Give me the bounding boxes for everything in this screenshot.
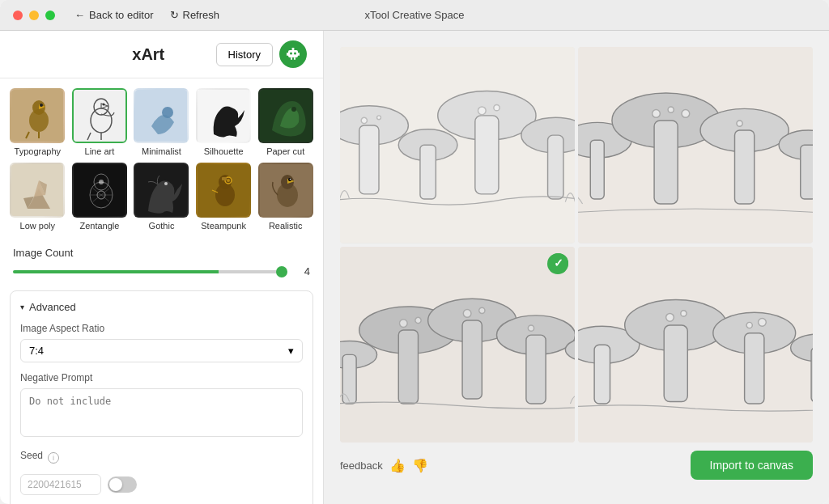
svg-rect-101 (664, 325, 687, 402)
close-button[interactable] (13, 11, 23, 20)
style-grid: Typography (10, 88, 313, 231)
app-header: xArt History (0, 31, 323, 78)
svg-point-67 (494, 105, 500, 111)
image-cell-3[interactable]: ✓ (340, 247, 575, 443)
svg-point-1 (290, 53, 292, 55)
style-thumb-realistic (258, 163, 313, 218)
image-count-slider[interactable] (13, 270, 287, 273)
svg-rect-3 (292, 48, 295, 50)
svg-rect-15 (74, 90, 127, 143)
svg-point-19 (102, 104, 104, 106)
style-label-minimalist: Minimalist (142, 146, 181, 156)
svg-point-38 (99, 180, 104, 184)
style-thumb-zentangle (72, 163, 127, 218)
seed-input[interactable] (20, 474, 101, 495)
style-item-lineart[interactable]: Line art (72, 88, 128, 156)
style-item-gothic[interactable]: Gothic (134, 163, 189, 231)
svg-rect-85 (398, 330, 418, 404)
image-cell-4[interactable] (578, 247, 813, 443)
svg-rect-63 (548, 135, 563, 199)
style-item-typography[interactable]: Typography (10, 88, 66, 156)
svg-point-93 (415, 317, 421, 323)
svg-point-92 (399, 319, 407, 327)
app-title: xArt (81, 45, 216, 64)
aspect-ratio-label: Image Aspect Ratio (20, 323, 303, 334)
svg-rect-89 (526, 335, 546, 404)
back-to-editor-button[interactable]: ← Back to editor (74, 9, 154, 21)
style-item-lowpoly[interactable]: Low poly (10, 163, 66, 231)
svg-rect-0 (288, 50, 298, 57)
svg-point-80 (737, 121, 742, 126)
svg-rect-99 (594, 345, 610, 404)
mushroom-image-4 (578, 247, 813, 443)
seed-top: Seed i (20, 450, 303, 466)
silhouette-bird-img (198, 90, 251, 143)
thumbs-down-icon[interactable]: 👎 (412, 458, 428, 473)
svg-rect-76 (801, 145, 813, 199)
svg-point-64 (361, 117, 367, 123)
image-cell-1[interactable] (340, 47, 575, 244)
svg-point-107 (681, 310, 687, 316)
chevron-down-icon: ▾ (288, 345, 294, 357)
window-title: xTool Creative Space (365, 9, 465, 21)
svg-point-26 (291, 107, 296, 112)
mushroom-image-1 (340, 47, 575, 244)
history-button[interactable]: History (216, 43, 273, 66)
slider-container: 4 (13, 265, 310, 277)
style-item-papercut[interactable]: Paper cut (257, 88, 313, 156)
style-item-minimalist[interactable]: Minimalist (134, 88, 189, 156)
title-bar-nav: ← Back to editor ↻ Refresh (74, 9, 219, 21)
maximize-button[interactable] (45, 11, 55, 20)
svg-point-79 (682, 110, 690, 118)
title-bar: ← Back to editor ↻ Refresh xTool Creativ… (0, 0, 829, 31)
avatar-button[interactable] (279, 40, 307, 68)
svg-rect-105 (811, 347, 813, 401)
svg-point-78 (668, 107, 674, 112)
back-label: Back to editor (89, 9, 154, 21)
style-label-gothic: Gothic (149, 221, 175, 231)
style-thumb-lineart (72, 88, 127, 143)
style-item-silhouette[interactable]: Silhouette (196, 88, 252, 156)
svg-rect-47 (222, 177, 227, 180)
svg-rect-87 (462, 320, 482, 398)
robot-icon (285, 46, 301, 62)
svg-point-2 (294, 53, 296, 55)
advanced-header[interactable]: ▾ Advanced (20, 301, 303, 313)
seed-label: Seed (20, 450, 43, 461)
svg-rect-7 (294, 57, 295, 60)
lowpoly-bird-img (11, 164, 65, 218)
style-thumb-typography (10, 88, 65, 143)
svg-point-109 (759, 318, 767, 326)
minimize-button[interactable] (29, 11, 39, 20)
style-label-lineart: Line art (85, 146, 115, 156)
svg-rect-74 (735, 130, 755, 204)
advanced-label: Advanced (29, 301, 76, 313)
thumbs-up-icon[interactable]: 👍 (389, 458, 406, 473)
style-thumb-papercut (258, 88, 313, 143)
style-item-zentangle[interactable]: Zentangle (72, 163, 128, 231)
svg-point-65 (377, 116, 381, 120)
gothic-bird-img (135, 164, 189, 218)
image-count-section: Image Count 4 (10, 240, 313, 284)
image-count-value: 4 (294, 265, 310, 277)
image-grid: ✓ (340, 47, 813, 443)
style-item-steampunk[interactable]: Steampunk (196, 163, 252, 231)
traffic-lights (13, 11, 55, 20)
aspect-ratio-field: Image Aspect Ratio 7:4 ▾ (20, 323, 303, 362)
chevron-down-icon: ▾ (20, 303, 24, 311)
aspect-ratio-select[interactable]: 7:4 ▾ (20, 339, 303, 362)
image-cell-2[interactable] (578, 47, 813, 244)
svg-rect-83 (342, 354, 356, 404)
canvas-area: ✓ (324, 31, 829, 504)
app-window: ← Back to editor ↻ Refresh xTool Creativ… (0, 0, 829, 504)
refresh-button[interactable]: ↻ Refresh (170, 9, 220, 21)
negative-prompt-input[interactable] (20, 388, 303, 437)
image-count-label: Image Count (13, 247, 310, 259)
mushroom-image-3 (340, 247, 575, 443)
svg-rect-5 (298, 53, 300, 56)
svg-point-23 (162, 107, 173, 118)
seed-toggle[interactable] (108, 476, 137, 493)
svg-rect-59 (420, 145, 436, 199)
import-to-canvas-button[interactable]: Import to canvas (691, 451, 814, 480)
style-item-realistic[interactable]: Realistic (257, 163, 313, 231)
